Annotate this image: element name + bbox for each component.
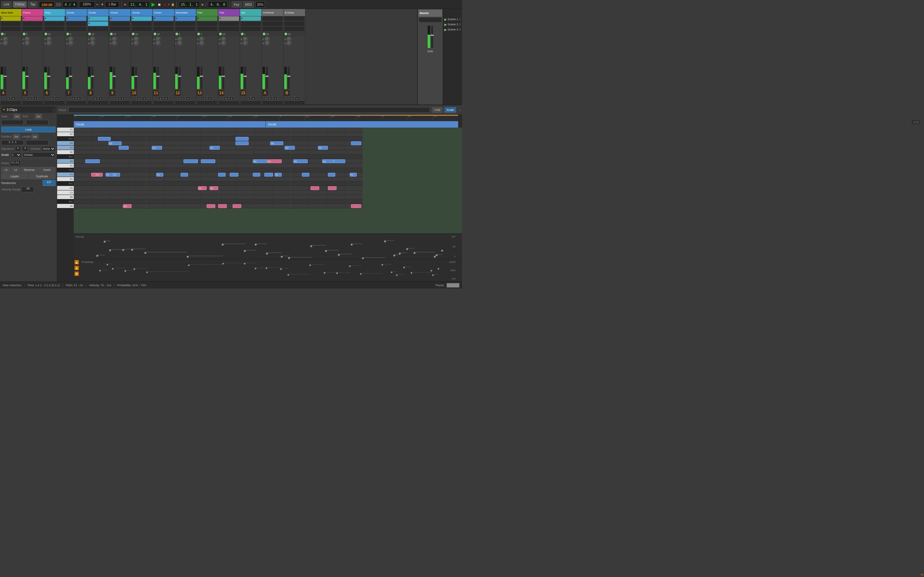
clip-slot-6-0[interactable]: ▶ bbox=[132, 16, 152, 21]
fader-2[interactable] bbox=[48, 67, 50, 89]
scene-row-3[interactable]: ▶ Scene 3 3 bbox=[444, 27, 461, 32]
midi-note-25[interactable] bbox=[218, 173, 226, 177]
midi-note-24[interactable] bbox=[181, 173, 188, 177]
mute-btn-4[interactable]: ● bbox=[99, 97, 103, 100]
mute-btn-1[interactable]: ● bbox=[33, 97, 37, 100]
fader-5[interactable] bbox=[113, 67, 115, 89]
scene-row-1[interactable]: ▶ Scene 1 1 bbox=[444, 17, 461, 22]
midi-note-37[interactable]: A0 bbox=[123, 204, 132, 208]
piano-key-A0[interactable]: A0 bbox=[57, 204, 74, 208]
solo-btn-11[interactable]: S bbox=[246, 97, 250, 100]
pos-set-btn[interactable]: Set bbox=[13, 134, 20, 139]
solo-btn-4[interactable]: S bbox=[93, 97, 97, 100]
mute-btn-0[interactable]: ● bbox=[11, 97, 16, 100]
pos-val[interactable]: 1. 1. 1 bbox=[1, 140, 24, 145]
master-fader[interactable] bbox=[431, 26, 433, 48]
send-b-knob-12[interactable] bbox=[265, 41, 270, 46]
clip-slot-3-1[interactable] bbox=[66, 21, 86, 26]
grid-row-A1[interactable]: A1A1A1A1 bbox=[74, 159, 363, 163]
solo-btn-7[interactable]: S bbox=[158, 97, 163, 100]
fader-10[interactable] bbox=[222, 67, 224, 89]
grid-row-B0[interactable] bbox=[74, 195, 363, 199]
piano-key-B1[interactable]: B1 bbox=[57, 150, 74, 155]
clip-slot-3-2[interactable] bbox=[66, 27, 86, 31]
clip-slot-4-2[interactable] bbox=[88, 27, 108, 31]
solo-btn-3[interactable]: S bbox=[71, 97, 76, 100]
midi-note-6[interactable] bbox=[119, 146, 129, 150]
grid-row-D1[interactable]: D1D1 bbox=[74, 186, 363, 190]
piano-key-D2[interactable]: D2 bbox=[57, 141, 74, 145]
send-b-knob-3[interactable] bbox=[68, 41, 73, 46]
groove-select[interactable]: None bbox=[41, 146, 55, 151]
solo-btn-1[interactable]: S bbox=[27, 97, 32, 100]
midi-note-29[interactable]: F1 bbox=[275, 173, 282, 177]
send-b-knob-13[interactable] bbox=[286, 41, 292, 46]
send-b-knob-4[interactable] bbox=[90, 41, 95, 46]
clip-slot-11-0[interactable]: ▶ bbox=[241, 16, 261, 21]
clip-slot-4-1[interactable]: ▶ bbox=[88, 21, 108, 26]
clip-slot-8-2[interactable] bbox=[175, 27, 195, 31]
clip-slot-2-2[interactable] bbox=[44, 27, 65, 31]
clip-slot-3-0[interactable]: ▶ bbox=[66, 16, 86, 21]
prob-dot-25[interactable] bbox=[438, 268, 439, 269]
midi-note-1[interactable] bbox=[236, 137, 249, 141]
clip-slot-9-1[interactable] bbox=[197, 21, 217, 26]
fader-9[interactable] bbox=[200, 67, 202, 89]
transpose-x2-btn[interactable]: ×2 bbox=[11, 167, 20, 173]
mute-btn-12[interactable]: ● bbox=[273, 97, 278, 100]
link-button[interactable]: Link bbox=[1, 1, 11, 8]
midi-note-15[interactable]: A1 bbox=[267, 159, 282, 163]
grid-row-Eb2[interactable] bbox=[74, 137, 363, 141]
send-b-knob-1[interactable] bbox=[25, 41, 30, 46]
mute-btn-13[interactable]: ● bbox=[295, 97, 299, 100]
clip-slot-7-2[interactable] bbox=[153, 27, 174, 31]
midi-note-10[interactable]: C2 bbox=[318, 146, 328, 150]
fader-3[interactable] bbox=[69, 67, 71, 89]
solo-btn-9[interactable]: S bbox=[202, 97, 207, 100]
midi-display[interactable]: MIDI bbox=[243, 1, 254, 8]
scale-toggle-button[interactable]: Scale bbox=[444, 107, 456, 113]
piano-key-E2[interactable]: E2 bbox=[57, 132, 74, 137]
midi-note-36[interactable] bbox=[328, 186, 336, 190]
loop-end-display[interactable]: 4. 0. 0 bbox=[208, 1, 227, 8]
pr-grid-area[interactable]: D2D2C2C2C2C2A1A1A1A1F1F1F1F1F1F1D1D1A0 bbox=[74, 127, 462, 234]
piano-key-Eb1[interactable]: Eb1 bbox=[57, 181, 74, 186]
prob-arrow-mid[interactable]: ● bbox=[74, 266, 79, 270]
fader-1[interactable] bbox=[26, 67, 28, 89]
scale-key-select[interactable]: C bbox=[10, 152, 21, 157]
midi-note-3[interactable] bbox=[236, 141, 249, 145]
sig-num[interactable]: 4 bbox=[15, 146, 21, 151]
start-val[interactable]: . bbox=[1, 120, 24, 125]
clip-slot-2-0[interactable]: ▶ bbox=[44, 16, 65, 21]
grid-row-A0[interactable]: A0 bbox=[74, 204, 363, 208]
clip-slot-12-1[interactable] bbox=[262, 21, 283, 26]
piano-key-Bb1[interactable]: Bb1 bbox=[57, 155, 74, 159]
grid-row-E1[interactable] bbox=[74, 177, 363, 181]
bar-display[interactable]: 1 Bar bbox=[105, 1, 120, 8]
start-set-btn[interactable]: Set bbox=[13, 114, 21, 119]
clip-slot-0-1[interactable] bbox=[1, 21, 21, 26]
grid-row-F1[interactable]: F1F1F1F1F1F1 bbox=[74, 172, 363, 177]
midi-note-27[interactable] bbox=[253, 173, 260, 177]
record-button[interactable]: ● bbox=[163, 2, 166, 7]
focus-area[interactable] bbox=[68, 107, 431, 113]
key-display[interactable]: Key bbox=[232, 1, 242, 8]
mute-btn-2[interactable]: ● bbox=[55, 97, 59, 100]
grid-row-C2[interactable]: C2C2C2C2 bbox=[74, 145, 363, 150]
fader-6[interactable] bbox=[135, 67, 137, 89]
midi-note-20[interactable]: F1 bbox=[95, 173, 103, 177]
grid-row-Fs1[interactable] bbox=[74, 168, 363, 172]
grid-row-D2[interactable]: D2D2 bbox=[74, 141, 363, 145]
piano-key-D1[interactable]: D1 bbox=[57, 186, 74, 190]
clip-slot-4-0[interactable]: ▶ bbox=[88, 16, 108, 21]
solo-btn-5[interactable]: S bbox=[115, 97, 120, 100]
len-val[interactable]: . bbox=[26, 140, 48, 145]
send-b-knob-10[interactable] bbox=[221, 41, 226, 46]
legato-button[interactable]: Legato bbox=[1, 173, 28, 179]
fader-12[interactable] bbox=[266, 67, 268, 89]
clip-slot-6-2[interactable] bbox=[132, 27, 152, 31]
midi-note-18[interactable] bbox=[334, 159, 345, 163]
midi-note-35[interactable] bbox=[310, 186, 319, 190]
time-signature[interactable]: 4 / 4 bbox=[62, 1, 78, 8]
midi-note-31[interactable] bbox=[328, 173, 335, 177]
